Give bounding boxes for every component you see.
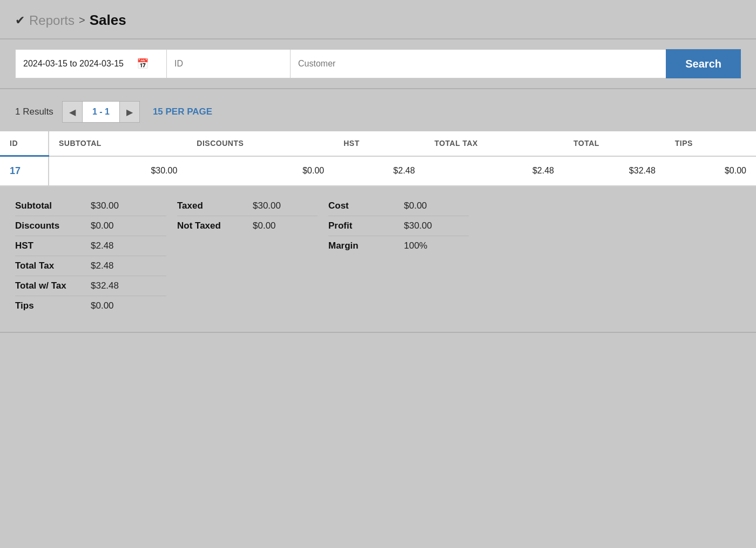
summary-margin-value: 100% bbox=[404, 240, 427, 251]
col-header-tips[interactable]: TIPS bbox=[665, 131, 756, 156]
summary-margin-row: Margin 100% bbox=[328, 236, 469, 256]
summary-total-w-tax-row: Total w/ Tax $32.48 bbox=[15, 276, 166, 296]
calendar-icon[interactable]: 📅 bbox=[137, 58, 148, 70]
pagination: ◀ 1 - 1 ▶ bbox=[62, 101, 140, 123]
cell-total: $32.48 bbox=[564, 156, 665, 186]
summary-hst-label: HST bbox=[15, 240, 91, 251]
summary-total-tax-label: Total Tax bbox=[15, 260, 91, 271]
results-count: 1 Results bbox=[15, 106, 53, 117]
search-bar: 📅 Search bbox=[0, 39, 756, 89]
page-header: ✔ Reports > Sales bbox=[0, 0, 756, 39]
summary-taxed-value: $30.00 bbox=[253, 201, 281, 211]
summary-grid: Subtotal $30.00 Discounts $0.00 HST $2.4… bbox=[15, 196, 741, 316]
breadcrumb: ✔ Reports > Sales bbox=[15, 12, 126, 29]
summary-discounts-value: $0.00 bbox=[91, 220, 114, 231]
col-header-discounts[interactable]: DISCOUNTS bbox=[187, 131, 334, 156]
breadcrumb-separator: > bbox=[79, 14, 85, 26]
summary-subtotal-label: Subtotal bbox=[15, 201, 91, 211]
sales-table: ID SUBTOTAL DISCOUNTS HST TOTAL TAX TOTA… bbox=[0, 131, 756, 186]
summary-subtotal-row: Subtotal $30.00 bbox=[15, 196, 166, 216]
summary-mid-col: Taxed $30.00 Not Taxed $0.00 bbox=[166, 196, 318, 316]
summary-not-taxed-label: Not Taxed bbox=[177, 220, 253, 231]
summary-profit-row: Profit $30.00 bbox=[328, 216, 469, 236]
bottom-border bbox=[0, 332, 756, 333]
summary-left-col: Subtotal $30.00 Discounts $0.00 HST $2.4… bbox=[15, 196, 166, 316]
summary-right-col: Cost $0.00 Profit $30.00 Margin 100% bbox=[318, 196, 469, 316]
summary-cost-value: $0.00 bbox=[404, 201, 427, 211]
reports-icon: ✔ bbox=[15, 14, 25, 28]
per-page-link[interactable]: 15 PER PAGE bbox=[153, 106, 212, 117]
summary-tips-label: Tips bbox=[15, 300, 91, 311]
summary-taxed-label: Taxed bbox=[177, 201, 253, 211]
summary-section: Subtotal $30.00 Discounts $0.00 HST $2.4… bbox=[0, 186, 756, 332]
col-header-total-tax[interactable]: TOTAL TAX bbox=[424, 131, 564, 156]
cell-id[interactable]: 17 bbox=[0, 156, 49, 186]
col-header-total[interactable]: TOTAL bbox=[564, 131, 665, 156]
summary-profit-label: Profit bbox=[328, 220, 404, 231]
summary-total-tax-row: Total Tax $2.48 bbox=[15, 256, 166, 276]
cell-subtotal: $30.00 bbox=[49, 156, 187, 186]
customer-input[interactable] bbox=[290, 49, 666, 78]
summary-tips-row: Tips $0.00 bbox=[15, 296, 166, 316]
breadcrumb-sales: Sales bbox=[90, 12, 126, 29]
summary-margin-label: Margin bbox=[328, 240, 404, 251]
summary-subtotal-value: $30.00 bbox=[91, 201, 119, 211]
cell-total-tax: $2.48 bbox=[424, 156, 564, 186]
summary-taxed-row: Taxed $30.00 bbox=[177, 196, 318, 216]
summary-discounts-row: Discounts $0.00 bbox=[15, 216, 166, 236]
summary-cost-row: Cost $0.00 bbox=[328, 196, 469, 216]
search-button[interactable]: Search bbox=[666, 49, 741, 78]
breadcrumb-reports: Reports bbox=[29, 13, 75, 28]
next-page-button[interactable]: ▶ bbox=[120, 102, 139, 122]
summary-total-tax-value: $2.48 bbox=[91, 260, 114, 271]
summary-not-taxed-value: $0.00 bbox=[253, 220, 276, 231]
col-header-subtotal[interactable]: SUBTOTAL bbox=[49, 131, 187, 156]
summary-discounts-label: Discounts bbox=[15, 220, 91, 231]
summary-hst-row: HST $2.48 bbox=[15, 236, 166, 256]
summary-tips-value: $0.00 bbox=[91, 300, 114, 311]
date-range-field[interactable]: 📅 bbox=[15, 49, 166, 78]
col-header-hst[interactable]: HST bbox=[334, 131, 424, 156]
summary-not-taxed-row: Not Taxed $0.00 bbox=[177, 216, 318, 236]
summary-total-w-tax-label: Total w/ Tax bbox=[15, 280, 91, 291]
cell-hst: $2.48 bbox=[334, 156, 424, 186]
table-header-row: ID SUBTOTAL DISCOUNTS HST TOTAL TAX TOTA… bbox=[0, 131, 756, 156]
prev-page-button[interactable]: ◀ bbox=[63, 102, 82, 122]
results-bar: 1 Results ◀ 1 - 1 ▶ 15 PER PAGE bbox=[0, 89, 756, 131]
table-row[interactable]: 17 $30.00 $0.00 $2.48 $2.48 $32.48 $0.00 bbox=[0, 156, 756, 186]
date-range-input[interactable] bbox=[23, 59, 131, 69]
main-content: ID SUBTOTAL DISCOUNTS HST TOTAL TAX TOTA… bbox=[0, 131, 756, 186]
summary-hst-value: $2.48 bbox=[91, 240, 114, 251]
summary-cost-label: Cost bbox=[328, 201, 404, 211]
summary-total-w-tax-value: $32.48 bbox=[91, 280, 119, 291]
id-input[interactable] bbox=[166, 49, 290, 78]
cell-discounts: $0.00 bbox=[187, 156, 334, 186]
cell-tips: $0.00 bbox=[665, 156, 756, 186]
col-header-id[interactable]: ID bbox=[0, 131, 49, 156]
page-current: 1 - 1 bbox=[82, 102, 120, 122]
summary-profit-value: $30.00 bbox=[404, 220, 432, 231]
